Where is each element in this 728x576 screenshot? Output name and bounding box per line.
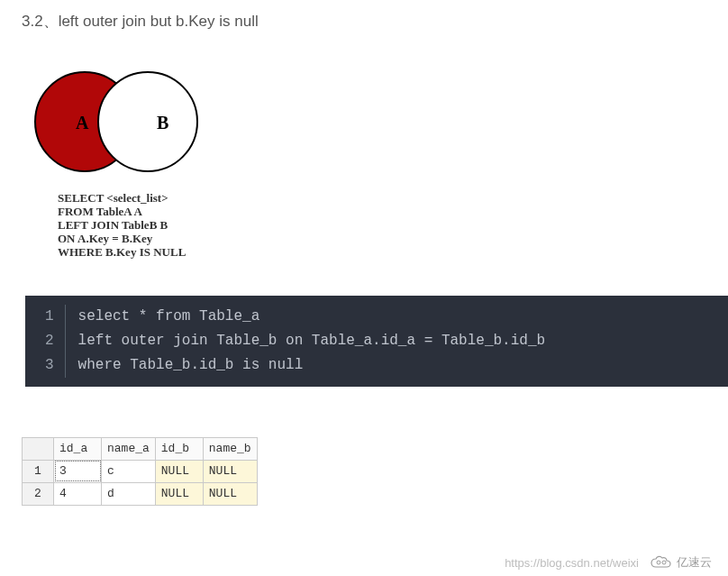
venn-label-b: B [157,113,168,133]
col-header: name_a [102,437,156,460]
watermark-url: https://blog.csdn.net/weixi [505,556,639,570]
sql-line: LEFT JOIN TableB B [58,219,706,233]
watermark: https://blog.csdn.net/weixi 亿速云 [505,554,712,571]
sql-line: SELECT <select_list> [58,192,706,206]
table-row: 2 4 d NULL NULL [23,482,258,505]
row-number: 1 [23,460,54,482]
cell-id-b: NULL [155,482,203,505]
code-line: select * from Table_a [78,305,545,329]
brand-logo: 亿速云 [650,554,712,571]
cell-name-b: NULL [203,460,257,482]
venn-diagram: A B SELECT <select_list> FROM TableA A L… [31,59,706,260]
cloud-icon [650,554,673,571]
table-row: 1 3 c NULL NULL [23,460,258,482]
cell-name-b: NULL [203,482,257,505]
line-number: 3 [45,353,54,378]
svg-point-6 [662,561,666,564]
row-number: 2 [23,482,54,505]
line-number: 1 [45,305,54,329]
code-gutter: 1 2 3 [25,305,66,378]
venn-label-a: A [76,113,89,133]
code-text: select * from Table_a left outer join Ta… [66,305,545,378]
sql-line: FROM TableA A [58,206,706,219]
brand-text: 亿速云 [677,554,712,571]
section-heading: 3.2、left outer join but b.Key is null [22,11,706,32]
line-number: 2 [45,329,54,353]
sql-line: WHERE B.Key IS NULL [58,246,706,260]
svg-point-4 [98,72,197,171]
cell-name-a: d [102,482,156,505]
svg-point-5 [657,561,660,564]
corner-cell [23,437,54,460]
col-header: name_b [203,437,257,460]
cell-id-a: 3 [54,460,102,482]
sql-line: ON A.Key = B.Key [58,233,706,246]
cell-name-a: c [102,460,156,482]
code-block: 1 2 3 select * from Table_a left outer j… [25,296,728,387]
table-header-row: id_a name_a id_b name_b [23,437,258,460]
code-line: where Table_b.id_b is null [78,353,545,378]
sql-pseudocode: SELECT <select_list> FROM TableA A LEFT … [58,192,706,260]
cell-id-b: NULL [155,460,203,482]
result-table: id_a name_a id_b name_b 1 3 c NULL NULL … [22,437,258,506]
cell-id-a: 4 [54,482,102,505]
col-header: id_a [54,437,102,460]
col-header: id_b [155,437,203,460]
code-line: left outer join Table_b on Table_a.id_a … [78,329,545,353]
